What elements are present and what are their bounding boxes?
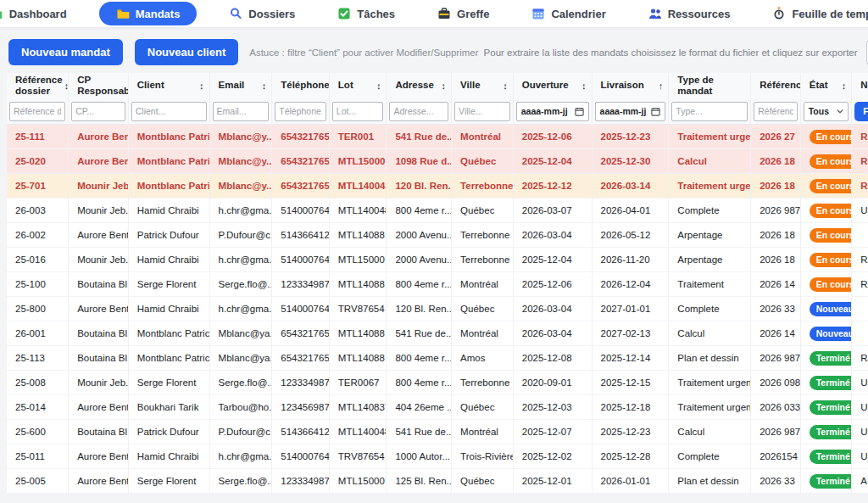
sort-icon[interactable]: ↕	[64, 81, 69, 91]
cell-etat: Terminé	[800, 371, 852, 395]
table-row[interactable]: 25-600Boutaina Bl...Patrick DufourP.Dufo…	[7, 420, 868, 444]
filter-input-reference-dossier[interactable]	[9, 102, 65, 121]
filter-row: aaaa-mm-jjaaaa-mm-jjTousFiltrer	[7, 98, 868, 125]
table-row[interactable]: 25-016Mounir Jeb...Hamid Chraibih.chr@gm…	[7, 248, 868, 272]
cell-telephone: 6543217654	[272, 174, 330, 198]
cell-notes	[852, 297, 868, 321]
cell-notes: Urg	[852, 395, 868, 420]
filter-input-type-de-mandat[interactable]	[671, 102, 748, 121]
nav-item-calendrier[interactable]: Calendrier	[521, 3, 615, 25]
table-row[interactable]: 25-005Aurore Bent...Serge FlorentSerge.f…	[7, 469, 868, 494]
column-header-reference-dossier[interactable]: Référence dossier↕	[7, 73, 69, 98]
filter-input-telephone[interactable]	[275, 102, 326, 121]
column-header-etat[interactable]: État↕	[800, 73, 852, 98]
cell-ouverture: 2025-12-12	[513, 174, 592, 198]
column-header-ville[interactable]: Ville↕	[452, 73, 514, 98]
cell-reference-dossier: 25-113	[7, 346, 69, 371]
column-label: Adresse	[395, 80, 433, 91]
cell-telephone: 6543217654	[272, 346, 330, 371]
cell-email: Mblanc@y...	[209, 174, 272, 198]
table-row[interactable]: 25-014Aurore Bent...Boukhari TarikTarbou…	[7, 395, 868, 420]
nav-item-dossiers[interactable]: Dossiers	[219, 3, 305, 25]
cell-email: Mblanc@y...	[209, 125, 272, 149]
cell-type-de-mandat: Calcul	[669, 149, 751, 174]
cell-adresse: 404 26eme ...	[387, 395, 452, 420]
cell-reference-dossier: 25-011	[7, 444, 69, 469]
sort-icon[interactable]: ↕	[376, 81, 383, 91]
check-icon	[337, 7, 351, 20]
cell-ville: Terrebonne	[452, 371, 514, 395]
column-header-cp-responsable[interactable]: CP Responsable↕	[69, 73, 129, 98]
nav-item-dashboard[interactable]: Dashboard	[0, 3, 77, 25]
filter-input-adresse[interactable]	[389, 102, 448, 121]
cell-ouverture: 2020-09-01	[513, 371, 592, 395]
cell-livraison: 2025-12-18	[592, 395, 669, 420]
table-row[interactable]: 25-111Aurore Ben...Montblanc PatrickMbla…	[7, 125, 868, 149]
nav-item-mandats[interactable]: Mandats	[99, 2, 198, 25]
column-header-livraison[interactable]: Livraison↑	[592, 73, 669, 98]
filter-button[interactable]: Filtrer	[854, 102, 868, 121]
cell-telephone: 6543217654	[272, 321, 330, 346]
status-filter-select[interactable]: Tous	[804, 102, 849, 121]
cell-telephone: 6543217654	[272, 149, 330, 174]
filter-input-client[interactable]	[131, 102, 207, 121]
table-row[interactable]: 25-020Aurore Ben...Montblanc PatrickMbla…	[7, 149, 868, 174]
column-header-reference[interactable]: Référence	[751, 73, 801, 98]
cell-email: P.Dufour@c...	[209, 223, 272, 248]
sort-asc-icon[interactable]: ↑	[659, 81, 665, 91]
column-label: Notes	[860, 80, 868, 91]
filter-input-email[interactable]	[213, 102, 270, 121]
cell-client: Boukhari Tarik	[128, 395, 209, 420]
column-header-type-de-mandat[interactable]: Type de mandat	[669, 73, 751, 98]
table-row[interactable]: 26-002Aurore Bent...Patrick DufourP.Dufo…	[7, 223, 868, 248]
table-row[interactable]: 25-701Mounir Jeb...Montblanc PatrickMbla…	[7, 174, 868, 198]
nav-item-feuille-de-temps[interactable]: Feuille de temps	[762, 3, 868, 25]
filter-input-reference[interactable]	[754, 102, 798, 121]
filter-hint-text: Astuce : filtre “Client” pour activer Mo…	[249, 48, 478, 58]
column-header-notes[interactable]: Notes	[852, 73, 868, 98]
filter-date-ouverture[interactable]: aaaa-mm-jj	[516, 102, 589, 121]
column-header-client[interactable]: Client↕	[128, 73, 209, 98]
new-mandate-button[interactable]: Nouveau mandat	[8, 39, 123, 65]
cell-notes: RA	[852, 174, 868, 198]
column-label: Email	[219, 80, 245, 91]
status-badge: En cours	[810, 253, 852, 267]
table-row[interactable]: 25-011Aurore Bent...Hamid Chraibih.chr@g…	[7, 444, 868, 469]
cell-email: Tarbou@ho...	[209, 395, 272, 420]
sort-icon[interactable]: ↕	[199, 81, 206, 91]
sort-icon[interactable]: ↕	[503, 81, 509, 91]
table-row[interactable]: 26-003Mounir Jeb...Hamid Chraibih.chr@gm…	[7, 198, 868, 223]
new-client-button[interactable]: Nouveau client	[135, 39, 238, 65]
table-row[interactable]: 25-100Boutaina Bl...Serge FlorentSerge.f…	[7, 272, 868, 297]
status-badge: En cours	[810, 179, 852, 193]
sort-icon[interactable]: ↕	[842, 81, 849, 91]
table-row[interactable]: 25-800Aurore Bent...Hamid Chraibih.chr@g…	[7, 297, 868, 321]
column-header-adresse[interactable]: Adresse↕	[387, 73, 452, 98]
cell-lot: MTL1400484	[329, 174, 387, 198]
sort-icon[interactable]: ↕	[442, 81, 448, 91]
status-badge: Terminé	[810, 351, 852, 366]
sort-icon[interactable]: ↕	[581, 81, 588, 91]
cell-reference: 2026 27	[751, 125, 801, 149]
column-header-ouverture[interactable]: Ouverture↕	[513, 73, 592, 98]
status-badge: En cours	[810, 154, 852, 169]
nav-item-ressources[interactable]: Ressources	[638, 3, 741, 25]
table-row[interactable]: 25-113Boutaina Bl...Montblanc PatrickMbl…	[7, 346, 868, 371]
cell-client: Hamid Chraibi	[128, 198, 209, 223]
cell-reference-dossier: 25-020	[7, 149, 69, 174]
cell-email: h.chr@gma...	[209, 198, 272, 223]
cell-notes: RA	[852, 272, 868, 297]
column-header-telephone[interactable]: Téléphone↕	[272, 73, 330, 98]
column-header-lot[interactable]: Lot↕	[329, 73, 387, 98]
filter-input-lot[interactable]	[332, 102, 384, 121]
nav-item-taches[interactable]: Tâches	[327, 3, 405, 25]
column-header-email[interactable]: Email↕	[209, 73, 272, 98]
filter-input-cp-responsable[interactable]	[71, 102, 125, 121]
filter-date-livraison[interactable]: aaaa-mm-jj	[595, 102, 666, 121]
table-row[interactable]: 25-008Mounir Jeb...Serge FlorentSerge.fl…	[7, 371, 868, 395]
cell-ouverture: 2025-12-06	[513, 272, 592, 297]
nav-item-greffe[interactable]: Greffe	[427, 3, 499, 25]
filter-input-ville[interactable]	[454, 102, 510, 121]
sort-icon[interactable]: ↕	[262, 81, 269, 91]
table-row[interactable]: 26-001Boutaina Bl...Montblanc PatrickMbl…	[7, 321, 868, 346]
